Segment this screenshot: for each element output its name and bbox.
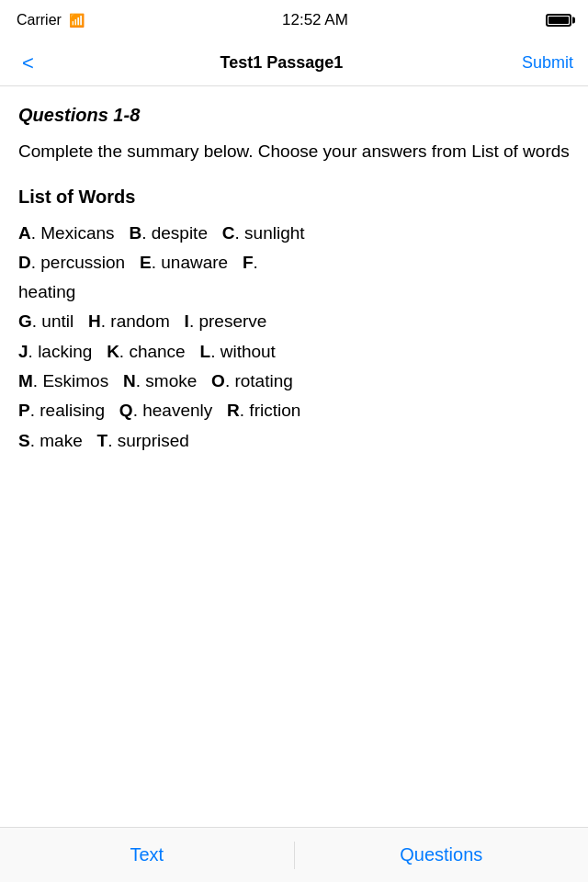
letter-r: R xyxy=(227,401,240,420)
letter-e: E xyxy=(140,253,152,272)
back-button[interactable]: < xyxy=(15,48,41,79)
word-item-k: K. chance xyxy=(107,342,199,361)
time-label: 12:52 AM xyxy=(282,11,348,29)
letter-m: M xyxy=(18,371,33,390)
letter-j: J xyxy=(18,342,28,361)
tab-bar: Text Questions xyxy=(0,827,588,882)
word-item-m: M. Eskimos xyxy=(18,371,123,390)
battery-icon xyxy=(546,14,571,27)
battery-indicator xyxy=(546,14,571,27)
letter-i: I xyxy=(185,311,189,331)
letter-g: G xyxy=(18,311,32,331)
tab-text[interactable]: Text xyxy=(0,828,294,882)
letter-b: B xyxy=(129,223,141,243)
main-content: Questions 1-8 Complete the summary below… xyxy=(0,86,588,827)
nav-title: Test1 Passage1 xyxy=(220,53,344,73)
letter-l: L xyxy=(200,342,211,361)
letter-n: N xyxy=(123,371,136,390)
letter-o: O xyxy=(211,371,225,390)
letter-k: K xyxy=(107,342,119,361)
wifi-icon: 📶 xyxy=(69,13,85,28)
word-list: A. Mexicans B. despite C. sunlight D. pe… xyxy=(18,219,570,456)
word-item-q: Q. heavenly xyxy=(119,401,227,420)
letter-a: A xyxy=(18,223,31,243)
instructions-text: Complete the summary below. Choose your … xyxy=(18,139,570,164)
word-item-c: C. sunlight xyxy=(222,223,305,243)
word-item-n: N. smoke xyxy=(123,371,211,390)
word-item-o: O. rotating xyxy=(211,371,293,390)
letter-h: H xyxy=(88,311,101,331)
word-item-r: R. friction xyxy=(227,401,300,420)
status-bar: Carrier 📶 12:52 AM xyxy=(0,0,588,40)
tab-questions[interactable]: Questions xyxy=(295,828,589,882)
nav-bar: < Test1 Passage1 Submit xyxy=(0,40,588,86)
submit-button[interactable]: Submit xyxy=(522,53,573,73)
word-item-s: S. make xyxy=(18,431,97,450)
word-item-a: A. Mexicans xyxy=(18,223,129,243)
list-of-words-heading: List of Words xyxy=(18,187,570,208)
word-item-f: F. xyxy=(243,253,258,272)
questions-heading: Questions 1-8 xyxy=(18,105,570,126)
word-item-g: G. until xyxy=(18,311,88,331)
word-item-d: D. percussion xyxy=(18,253,140,272)
word-item-i: I. preserve xyxy=(185,311,267,331)
word-item-f-value: heating xyxy=(18,282,75,301)
word-item-h: H. random xyxy=(88,311,185,331)
letter-c: C xyxy=(222,223,235,243)
letter-s: S xyxy=(18,431,30,450)
carrier-label: Carrier xyxy=(17,12,62,28)
letter-d: D xyxy=(18,253,31,272)
tab-questions-label: Questions xyxy=(400,844,482,865)
word-item-p: P. realising xyxy=(18,401,119,420)
letter-q: Q xyxy=(119,401,133,420)
word-item-t: T. surprised xyxy=(97,431,189,450)
letter-f: F xyxy=(243,253,254,272)
word-item-j: J. lacking xyxy=(18,342,107,361)
word-item-e: E. unaware xyxy=(140,253,243,272)
carrier-info: Carrier 📶 xyxy=(17,12,85,28)
tab-text-label: Text xyxy=(130,844,164,865)
letter-t: T xyxy=(97,431,108,450)
word-item-b: B. despite xyxy=(129,223,221,243)
word-item-l: L. without xyxy=(200,342,276,361)
letter-p: P xyxy=(18,401,30,420)
